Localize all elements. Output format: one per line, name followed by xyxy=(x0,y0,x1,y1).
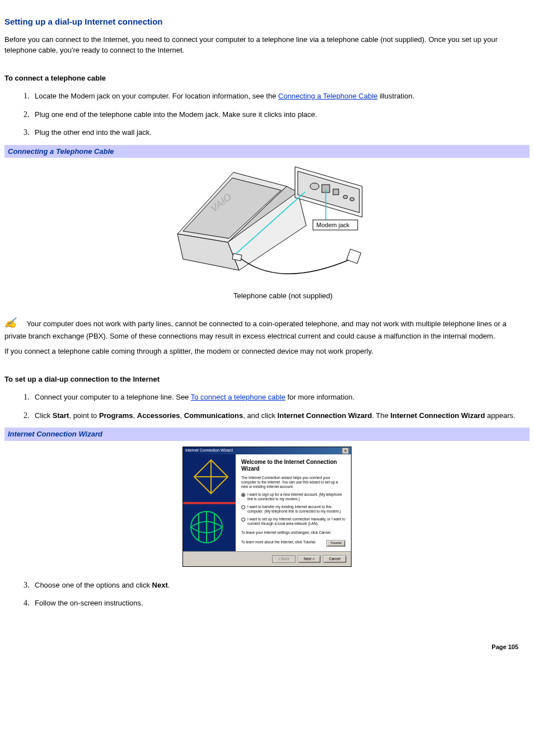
wizard-titlebar: Internet Connection Wizard × xyxy=(183,447,351,454)
link-connecting-cable[interactable]: Connecting a Telephone Cable xyxy=(278,92,378,100)
radio-icon[interactable] xyxy=(241,505,245,509)
svg-rect-21 xyxy=(183,502,236,504)
option-label: I want to set up my Internet connection … xyxy=(247,517,345,527)
wizard-option-3[interactable]: I want to set up my Internet connection … xyxy=(241,517,345,527)
svg-rect-16 xyxy=(346,249,361,264)
note-icon: ✍ xyxy=(3,316,18,331)
step-text: Locate the Modem jack on your computer. … xyxy=(35,92,278,100)
intro-paragraph: Before you can connect to the Internet, … xyxy=(4,34,530,56)
step-text: Connect your computer to a telephone lin… xyxy=(35,393,191,401)
steps-connect-cable: Locate the Modem jack on your computer. … xyxy=(4,90,530,138)
bold-start: Start xyxy=(53,411,69,420)
label-telephone-cable: Telephone cable (not supplied) xyxy=(233,292,332,300)
cancel-button[interactable]: Cancel xyxy=(323,555,346,563)
note-text: Your computer does not work with party l… xyxy=(4,320,507,340)
figure-connecting-cable: VAIO Modem jack Telephone cable (not sup… xyxy=(4,158,530,311)
back-button: < Back xyxy=(272,555,296,563)
t: Click xyxy=(35,411,53,420)
close-icon[interactable]: × xyxy=(342,448,349,454)
note-followup: If you connect a telephone cable coming … xyxy=(4,346,530,357)
wizard-learn-text: To learn more about the Internet, click … xyxy=(241,540,316,544)
svg-point-11 xyxy=(343,195,348,199)
t: , and click xyxy=(243,411,277,420)
t: , xyxy=(133,411,137,420)
figure-caption-bar: Connecting a Telephone Cable xyxy=(4,145,530,158)
wizard-sidebar-graphic xyxy=(183,454,236,552)
label-modem-jack: Modem jack xyxy=(316,222,350,228)
step-2: Click Start, point to Programs, Accessor… xyxy=(31,410,530,421)
note-paragraph: ✍ Your computer does not work with party… xyxy=(4,316,530,342)
step-3: Choose one of the options and click Next… xyxy=(31,579,530,591)
wizard-figure: Internet Connection Wizard × xyxy=(4,441,530,572)
figure-caption-bar-wizard: Internet Connection Wizard xyxy=(4,428,530,441)
section-heading: Setting up a dial-up Internet connection xyxy=(4,16,530,29)
t: , xyxy=(180,411,184,420)
subheading-connect-cable: To connect a telephone cable xyxy=(4,73,530,84)
step-text: Choose one of the options and click xyxy=(35,581,152,589)
bold-icw2: Internet Connection Wizard xyxy=(390,411,485,420)
step-1: Locate the Modem jack on your computer. … xyxy=(31,90,530,102)
svg-rect-10 xyxy=(333,189,339,195)
subheading-setup-dialup: To set up a dial-up connection to the In… xyxy=(4,374,530,385)
steps-setup-dialup: Connect your computer to a telephone lin… xyxy=(4,391,530,421)
bold-icw: Internet Connection Wizard xyxy=(278,411,372,420)
page-number: Page 105 xyxy=(4,642,530,652)
next-button[interactable]: Next > xyxy=(298,555,321,563)
radio-icon[interactable] xyxy=(241,518,245,522)
step-3: Plug the other end into the wall jack. xyxy=(31,126,530,138)
step-text-post: illustration. xyxy=(378,92,415,100)
option-label: I want to transfer my existing Internet … xyxy=(247,505,345,514)
bold-communications: Communications xyxy=(184,411,243,420)
t: , point to xyxy=(69,411,99,420)
option-label: I want to sign up for a new Internet acc… xyxy=(247,492,345,502)
wizard-content: Welcome to the Internet Connection Wizar… xyxy=(236,454,351,552)
step-text-post: for more information. xyxy=(285,393,355,401)
steps-setup-dialup-cont: Choose one of the options and click Next… xyxy=(4,579,530,609)
svg-point-8 xyxy=(310,183,319,190)
wizard-heading: Welcome to the Internet Connection Wizar… xyxy=(241,459,345,472)
svg-point-12 xyxy=(350,198,354,201)
wizard-leave-text: To leave your Internet settings unchange… xyxy=(241,530,345,535)
bold-programs: Programs xyxy=(99,411,133,420)
bold-next: Next xyxy=(152,581,168,589)
bold-accessories: Accessories xyxy=(137,411,180,420)
wizard-option-1[interactable]: I want to sign up for a new Internet acc… xyxy=(241,492,345,502)
step-1: Connect your computer to a telephone lin… xyxy=(31,391,530,403)
step-2: Plug one end of the telephone cable into… xyxy=(31,109,530,120)
link-to-connect-cable[interactable]: To connect a telephone cable xyxy=(191,393,285,401)
tutorial-button[interactable]: Tutorial xyxy=(326,540,345,547)
wizard-footer: < Back Next > Cancel xyxy=(183,551,351,566)
wizard-dialog: Internet Connection Wizard × xyxy=(182,447,352,567)
wizard-option-2[interactable]: I want to transfer my existing Internet … xyxy=(241,505,345,514)
wizard-intro: The Internet Connection wizard helps you… xyxy=(241,476,345,490)
step-4: Follow the on-screen instructions. xyxy=(31,597,530,609)
wizard-title-text: Internet Connection Wizard xyxy=(185,448,233,454)
t: . The xyxy=(372,411,390,420)
step-text-post: . xyxy=(168,581,170,589)
laptop-illustration: VAIO Modem jack Telephone cable (not sup… xyxy=(166,161,368,302)
t: appears. xyxy=(485,411,515,420)
radio-icon[interactable] xyxy=(241,493,245,497)
